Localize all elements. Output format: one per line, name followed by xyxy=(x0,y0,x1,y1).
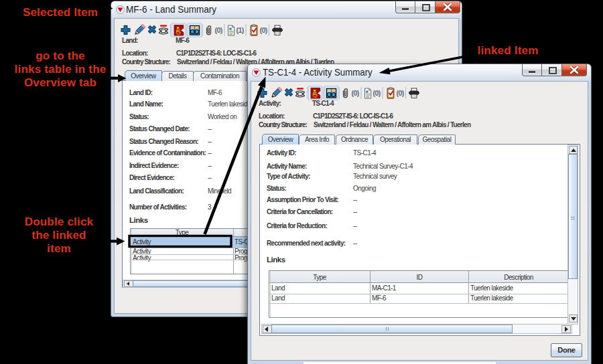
svg-text:(0): (0) xyxy=(260,26,267,34)
svg-text:(1): (1) xyxy=(237,26,244,34)
svg-text:(0): (0) xyxy=(373,89,381,97)
svg-text:(0): (0) xyxy=(215,26,222,34)
